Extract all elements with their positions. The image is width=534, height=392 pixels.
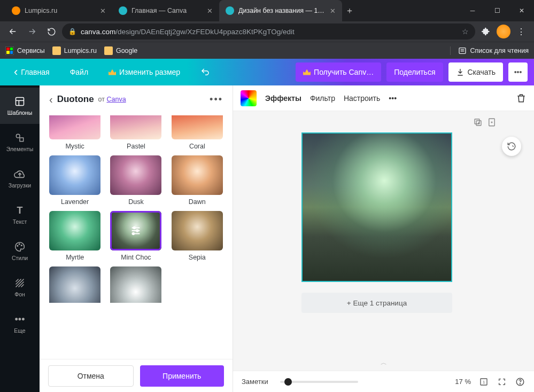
design-page[interactable] (301, 132, 452, 282)
ctx-more[interactable]: ••• (389, 94, 397, 103)
preset-thumb[interactable] (172, 115, 223, 139)
rail-more[interactable]: ••• Еще (0, 305, 40, 342)
preset-thumb[interactable] (49, 115, 100, 139)
zoom-slider[interactable] (280, 381, 358, 383)
add-page-button[interactable]: + Еще 1 страница (301, 293, 452, 313)
profile-avatar[interactable] (497, 25, 510, 38)
browser-tab-canva-design[interactable]: Дизайн без названия — 1481 ✕ (219, 0, 342, 21)
browser-menu-button[interactable]: ⋮ (513, 23, 530, 40)
rail-templates[interactable]: Шаблоны (0, 88, 40, 124)
color-picker-button[interactable] (241, 90, 257, 106)
canvas-stage[interactable]: + Еще 1 страница ︿ (233, 111, 534, 371)
browser-tab-lumpics[interactable]: Lumpics.ru ✕ (5, 0, 112, 21)
list-icon (458, 46, 467, 55)
duplicate-page-icon[interactable] (473, 117, 483, 127)
preset-extra-1[interactable] (109, 266, 162, 303)
reload-button[interactable] (43, 23, 60, 40)
preset-thumb[interactable] (49, 211, 100, 250)
context-toolbar: Эффекты Фильтр Настроить ••• (233, 85, 534, 111)
apply-button[interactable]: Применить (140, 365, 225, 387)
close-icon[interactable]: ✕ (330, 7, 336, 15)
download-button[interactable]: Скачать (448, 62, 504, 82)
bookmarks-bar: Сервисы Lumpics.ru Google Список для чте… (0, 42, 534, 59)
rail-text[interactable]: T Текст (0, 197, 40, 233)
preset-label: Mystic (65, 143, 84, 150)
zoom-value[interactable]: 17 % (455, 378, 471, 386)
get-pro-button[interactable]: Получить Canv… (296, 62, 381, 82)
bookmark-google[interactable]: Google (104, 46, 137, 55)
ctx-effects[interactable]: Эффекты (265, 94, 301, 103)
bookmark-lumpics[interactable]: Lumpics.ru (52, 46, 97, 55)
canvas-area: Эффекты Фильтр Настроить ••• + Еще 1 стр… (233, 85, 534, 392)
preset-label: Coral (189, 143, 205, 150)
rail-elements[interactable]: Элементы (0, 124, 40, 160)
close-window-button[interactable]: ✕ (509, 0, 534, 21)
preset-label: Sepia (189, 254, 206, 261)
home-button[interactable]: Главная (6, 62, 57, 82)
more-menu-button[interactable]: ••• (508, 62, 528, 82)
address-bar[interactable]: 🔒 canva.com/design/DAEnEqtj2gw/XzFEDkU4p… (62, 23, 475, 40)
undo-button[interactable] (193, 62, 218, 82)
slider-knob[interactable] (284, 378, 292, 386)
forward-button[interactable] (24, 23, 41, 40)
close-icon[interactable]: ✕ (207, 7, 213, 15)
preset-mint-choc[interactable]: Mint Choc (109, 211, 162, 261)
bookmark-star-icon[interactable]: ☆ (462, 27, 469, 36)
add-page-icon[interactable] (487, 117, 497, 127)
close-icon[interactable]: ✕ (100, 7, 106, 15)
preset-sepia[interactable]: Sepia (171, 211, 224, 261)
file-menu[interactable]: Файл (63, 62, 96, 82)
minimize-button[interactable]: ─ (460, 0, 485, 21)
ctx-filter[interactable]: Фильтр (310, 94, 335, 103)
preset-pastel[interactable]: Pastel (109, 115, 162, 150)
preset-extra-0[interactable] (48, 266, 102, 303)
side-rail: Шаблоны Элементы Загрузки T Текст Стили … (0, 85, 40, 392)
sliders-icon[interactable] (110, 211, 161, 250)
download-icon (456, 68, 465, 76)
back-button[interactable] (4, 23, 21, 40)
rail-uploads[interactable]: Загрузки (0, 160, 40, 197)
resize-button[interactable]: Изменить размер (101, 62, 188, 82)
preset-thumb[interactable] (49, 266, 100, 303)
window-controls: ─ ☐ ✕ (460, 0, 534, 21)
maximize-button[interactable]: ☐ (485, 0, 509, 21)
regenerate-button[interactable] (502, 137, 521, 156)
page-image[interactable] (303, 134, 451, 281)
bookmark-services[interactable]: Сервисы (5, 46, 45, 55)
preset-thumb[interactable] (110, 266, 161, 303)
preset-thumb[interactable] (172, 155, 223, 195)
cancel-button[interactable]: Отмена (48, 365, 134, 387)
preset-thumb[interactable] (172, 211, 223, 250)
browser-toolbar: 🔒 canva.com/design/DAEnEqtj2gw/XzFEDkU4p… (0, 21, 534, 42)
preset-thumb[interactable] (110, 115, 161, 139)
delete-button[interactable] (516, 93, 527, 104)
ctx-adjust[interactable]: Настроить (344, 94, 380, 103)
preset-dawn[interactable]: Dawn (171, 155, 224, 206)
browser-tab-canva-home[interactable]: Главная — Canva ✕ (112, 0, 219, 21)
preset-thumb[interactable] (110, 155, 161, 195)
bookmark-label: Lumpics.ru (64, 47, 97, 54)
svg-rect-3 (16, 98, 24, 106)
author-link[interactable]: Canva (107, 96, 126, 103)
extensions-button[interactable] (477, 23, 494, 40)
preset-thumb[interactable] (49, 155, 100, 195)
preset-coral[interactable]: Coral (171, 115, 224, 150)
preset-dusk[interactable]: Dusk (109, 155, 162, 206)
preset-thumb[interactable] (110, 211, 161, 250)
preset-mystic[interactable]: Mystic (48, 115, 102, 150)
grid-view-icon[interactable]: 1 (478, 377, 489, 387)
reading-list-button[interactable]: Список для чтения (450, 46, 529, 55)
rail-styles[interactable]: Стили (0, 233, 40, 269)
preset-myrtle[interactable]: Myrtle (48, 211, 102, 261)
rail-background[interactable]: Фон (0, 269, 40, 305)
preset-grid[interactable]: Mystic Pastel Coral Lavender Dusk Dawn M… (40, 113, 233, 359)
notes-button[interactable]: Заметки (242, 378, 268, 386)
chevron-up-icon[interactable]: ︿ (381, 358, 387, 367)
preset-lavender[interactable]: Lavender (48, 155, 102, 206)
new-tab-button[interactable]: ＋ (342, 0, 357, 21)
help-icon[interactable] (515, 377, 525, 387)
share-button[interactable]: Поделиться (386, 62, 443, 82)
panel-more-button[interactable]: ••• (210, 94, 223, 105)
fullscreen-icon[interactable] (497, 377, 507, 387)
panel-back-button[interactable]: ‹ (49, 93, 53, 106)
